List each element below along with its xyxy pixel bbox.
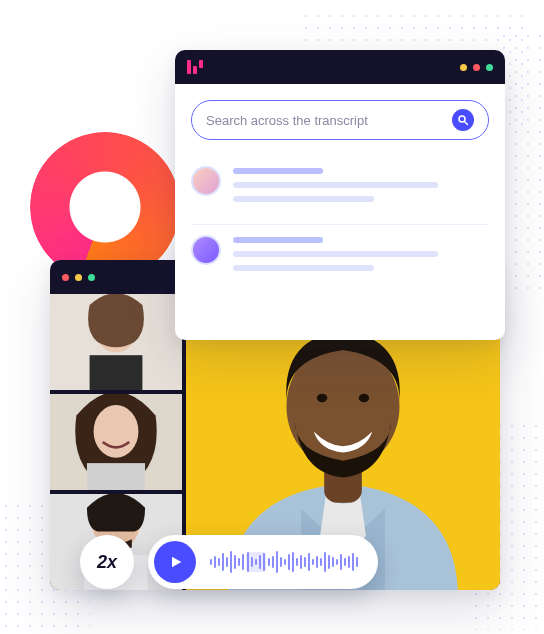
- waveform-bar: [292, 552, 294, 572]
- waveform-bar: [234, 555, 236, 569]
- waveform-bar: [251, 557, 253, 567]
- waveform-bar: [324, 552, 326, 572]
- svg-rect-5: [87, 463, 145, 490]
- svg-line-15: [465, 122, 468, 125]
- close-dot-icon[interactable]: [62, 274, 69, 281]
- svg-point-12: [317, 394, 327, 402]
- waveform-bar: [210, 559, 212, 565]
- player-pill: [148, 535, 378, 589]
- waveform-bar: [352, 553, 354, 571]
- transcript-text-placeholder: [233, 166, 489, 210]
- maximize-dot-icon[interactable]: [88, 274, 95, 281]
- waveform-bar: [304, 557, 306, 567]
- participant-thumbnail[interactable]: [50, 394, 182, 490]
- waveform[interactable]: [210, 547, 358, 577]
- waveform-bar: [263, 553, 265, 571]
- waveform-bar: [226, 557, 228, 567]
- waveform-bar: [348, 556, 350, 568]
- svg-rect-2: [90, 355, 143, 390]
- close-dot-icon[interactable]: [473, 64, 480, 71]
- search-input-container[interactable]: [191, 100, 489, 140]
- waveform-bar: [230, 551, 232, 573]
- waveform-bar: [222, 553, 224, 571]
- waveform-bar: [214, 556, 216, 568]
- svg-point-13: [359, 394, 369, 402]
- waveform-bar: [288, 554, 290, 570]
- svg-point-4: [94, 405, 139, 458]
- waveform-bar: [280, 557, 282, 567]
- avatar: [191, 235, 221, 265]
- transcript-row[interactable]: [191, 156, 489, 225]
- playback-speed-button[interactable]: 2x: [80, 535, 134, 589]
- waveform-bar: [356, 557, 358, 567]
- minimize-dot-icon[interactable]: [75, 274, 82, 281]
- waveform-bar: [259, 555, 261, 569]
- waveform-bar: [308, 553, 310, 571]
- traffic-lights: [460, 64, 493, 71]
- waveform-bar: [340, 554, 342, 570]
- traffic-lights: [62, 274, 95, 281]
- waveform-bar: [336, 559, 338, 565]
- waveform-bar: [247, 552, 249, 572]
- waveform-bar: [316, 556, 318, 568]
- transcript-list: [175, 156, 505, 309]
- transcript-row[interactable]: [191, 225, 489, 293]
- waveform-bar: [312, 559, 314, 565]
- waveform-bar: [284, 559, 286, 565]
- waveform-bar: [238, 558, 240, 566]
- transcript-window: [175, 50, 505, 340]
- minimize-dot-icon[interactable]: [460, 64, 467, 71]
- waveform-bar: [218, 558, 220, 566]
- waveform-bar: [272, 556, 274, 568]
- search-input[interactable]: [206, 113, 442, 128]
- transcript-text-placeholder: [233, 235, 489, 279]
- avatar: [191, 166, 221, 196]
- waveform-bar: [328, 555, 330, 569]
- waveform-bar: [332, 557, 334, 567]
- audio-player: 2x: [80, 535, 378, 589]
- waveform-bar: [268, 558, 270, 566]
- participant-thumbnail[interactable]: [50, 294, 182, 390]
- play-button[interactable]: [154, 541, 196, 583]
- waveform-bar: [242, 554, 244, 570]
- waveform-bar: [296, 558, 298, 566]
- logo-icon: [187, 60, 203, 74]
- waveform-bar: [320, 558, 322, 566]
- waveform-bar: [300, 555, 302, 569]
- titlebar: [175, 50, 505, 84]
- search-icon[interactable]: [452, 109, 474, 131]
- waveform-bar: [276, 551, 278, 573]
- waveform-bar: [255, 559, 257, 565]
- maximize-dot-icon[interactable]: [486, 64, 493, 71]
- waveform-bar: [344, 558, 346, 566]
